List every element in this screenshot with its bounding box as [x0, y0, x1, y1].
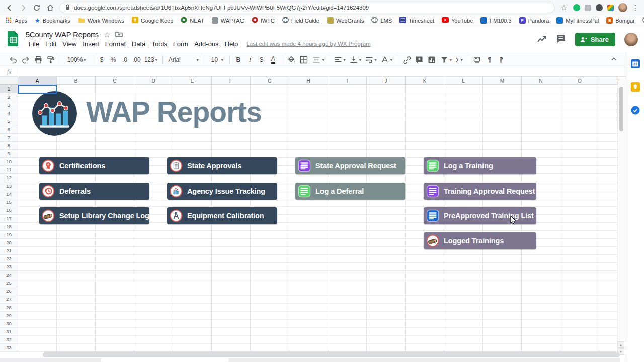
comment-icon[interactable] [556, 34, 566, 45]
column-header-d[interactable]: D [134, 77, 173, 85]
horizontal-scrollbar[interactable] [43, 352, 620, 357]
paint-format-icon[interactable] [45, 54, 57, 65]
row-header-26[interactable]: 26 [0, 287, 18, 295]
home-icon[interactable] [46, 3, 55, 12]
row-header-27[interactable]: 27 [0, 295, 18, 303]
bookmark-neat[interactable]: NEAT [181, 17, 204, 24]
sheets-profile-avatar[interactable] [624, 33, 638, 46]
redo-icon[interactable] [20, 54, 32, 65]
select-all-corner[interactable] [0, 77, 18, 85]
menu-help[interactable]: Help [222, 39, 242, 49]
share-button[interactable]: Share [575, 33, 615, 46]
more-formats-button[interactable]: 123▾ [143, 54, 159, 65]
bookmark-youtube[interactable]: YouTube [442, 17, 473, 24]
extension-pages-icon[interactable] [585, 5, 591, 11]
column-header-b[interactable]: B [57, 77, 96, 85]
column-header-o[interactable]: O [560, 77, 599, 85]
bookmark-bookmarks[interactable]: ★Bookmarks [35, 18, 70, 24]
menu-insert[interactable]: Insert [79, 39, 102, 49]
zoom-select[interactable]: 100%▾ [63, 54, 90, 65]
column-header-m[interactable]: M [483, 77, 522, 85]
bookmark-lms[interactable]: LMS [371, 17, 392, 24]
increase-decimal-button[interactable]: .00 [131, 54, 142, 65]
horizontal-align-icon[interactable]: ▾ [332, 54, 347, 65]
column-header-j[interactable]: J [367, 77, 406, 85]
row-header-6[interactable]: 6 [0, 125, 18, 133]
row-header-13[interactable]: 13 [0, 182, 18, 190]
row-header-2[interactable]: 2 [0, 93, 18, 101]
row-header-18[interactable]: 18 [0, 223, 18, 231]
bold-button[interactable]: B [233, 54, 244, 65]
merge-cells-icon[interactable]: ▾ [310, 54, 326, 65]
bookmark-apps[interactable]: Apps [5, 17, 27, 25]
tile-logged-trainings[interactable]: Logged Trainings [424, 232, 536, 249]
last-edit-link[interactable]: Last edit was made 4 hours ago by WX Pro… [246, 41, 370, 47]
column-header-n[interactable]: N [522, 77, 560, 85]
row-header-21[interactable]: 21 [0, 247, 18, 255]
tile-preapproved-training-list[interactable]: PreApproved Training List [424, 207, 536, 224]
extension-grammarly-icon[interactable] [573, 4, 580, 11]
row-header-1[interactable]: 1 [0, 85, 18, 93]
bookmark-timesheet[interactable]: Timesheet [399, 17, 434, 24]
tile-equipment-calibration[interactable]: Equipment Calibration [167, 207, 277, 224]
forward-icon[interactable] [19, 3, 28, 12]
italic-button[interactable]: I [245, 54, 256, 65]
bookmark-myfitnesspal[interactable]: MyFitnessPal [556, 17, 599, 24]
tile-log-a-deferral[interactable]: Log a Deferral [295, 183, 405, 200]
decrease-decimal-button[interactable]: .0 [119, 54, 130, 65]
star-document-icon[interactable]: ☆ [104, 31, 110, 39]
bookmark-work-windows[interactable]: Work Windows [78, 17, 124, 24]
row-header-17[interactable]: 17 [0, 215, 18, 223]
tile-state-approvals[interactable]: State Approvals [167, 157, 277, 174]
bookmark-webgrants[interactable]: WebGrants [327, 17, 364, 24]
fill-color-icon[interactable] [285, 54, 297, 65]
paragraph-rtl-icon[interactable]: ¶ [496, 54, 507, 65]
collapse-toolbar-icon[interactable] [610, 55, 618, 65]
row-header-20[interactable]: 20 [0, 239, 18, 247]
bookmark-fm100-3[interactable]: FM100.3 [480, 17, 511, 24]
percent-format-button[interactable]: % [108, 54, 119, 65]
bookmark-field-guide[interactable]: Field Guide [282, 17, 319, 24]
back-icon[interactable] [5, 3, 14, 12]
column-header-e[interactable]: E [173, 77, 212, 85]
bookmark-iwtc[interactable]: IWTC [252, 17, 275, 24]
column-header-l[interactable]: L [444, 77, 483, 85]
bookmark-waptac[interactable]: WAPTAC [212, 17, 244, 24]
menu-format[interactable]: Format [102, 39, 129, 49]
row-header-9[interactable]: 9 [0, 150, 18, 158]
active-sheet-tab[interactable] [101, 358, 229, 362]
row-header-29[interactable]: 29 [0, 312, 18, 320]
column-header-c[interactable]: C [96, 77, 134, 85]
calendar-icon[interactable]: 31 [631, 59, 640, 70]
row-header-8[interactable]: 8 [0, 142, 18, 150]
bookmark-google-keep[interactable]: Google Keep [132, 17, 173, 24]
tasks-icon[interactable] [631, 106, 640, 117]
column-header-p[interactable]: P [599, 77, 618, 85]
row-header-4[interactable]: 4 [0, 109, 18, 117]
menu-file[interactable]: File [26, 39, 42, 49]
row-header-28[interactable]: 28 [0, 304, 18, 312]
move-to-folder-icon[interactable] [115, 31, 123, 39]
print-icon[interactable] [32, 54, 44, 65]
column-header-k[interactable]: K [406, 77, 444, 85]
filter-icon[interactable]: ▾ [438, 54, 453, 65]
insert-link-icon[interactable] [400, 54, 413, 65]
undo-icon[interactable] [7, 54, 19, 65]
row-header-15[interactable]: 15 [0, 198, 18, 206]
font-select[interactable]: Arial▾ [166, 54, 202, 65]
scroll-up-button[interactable]: ▲ [617, 341, 624, 348]
text-rotation-icon[interactable]: ▾ [379, 54, 394, 65]
tile-training-approval-request[interactable]: Training Approval Request [424, 183, 536, 200]
document-title[interactable]: 5County WAP Reports [26, 31, 99, 39]
column-header-h[interactable]: H [289, 77, 328, 85]
formula-bar[interactable]: fx [0, 67, 644, 77]
tile-log-a-training[interactable]: Log a Training [424, 157, 536, 174]
column-header-i[interactable]: I [328, 77, 367, 85]
row-header-31[interactable]: 31 [0, 328, 18, 336]
insert-comment-icon[interactable] [413, 54, 425, 65]
strikethrough-button[interactable]: S [256, 54, 267, 65]
borders-icon[interactable] [298, 54, 310, 65]
input-tools-icon[interactable] [471, 54, 484, 65]
keep-icon[interactable] [631, 82, 640, 94]
row-header-11[interactable]: 11 [0, 166, 18, 174]
